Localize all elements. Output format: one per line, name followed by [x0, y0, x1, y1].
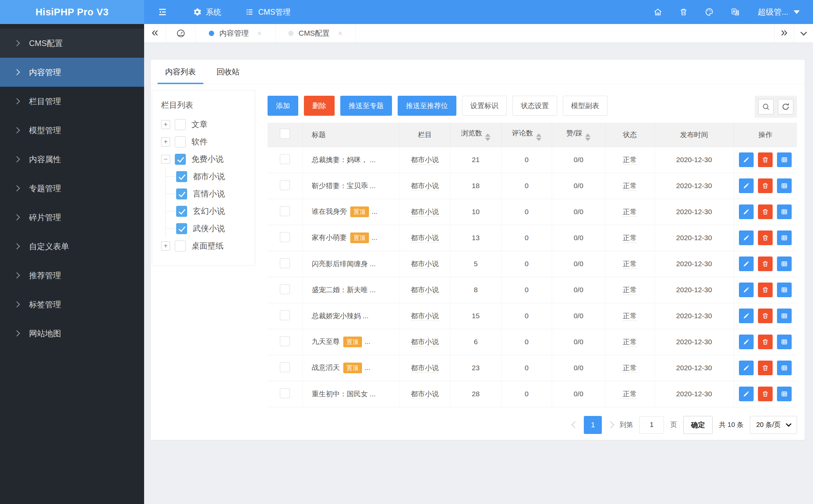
- delete-button[interactable]: [758, 152, 773, 167]
- next-page-button[interactable]: [607, 421, 614, 428]
- theme-button[interactable]: [696, 7, 722, 17]
- category-link[interactable]: 都市小说: [411, 182, 439, 191]
- delete-button[interactable]: [758, 361, 773, 375]
- delete-button[interactable]: [758, 204, 773, 219]
- header-menu-system[interactable]: 系统: [181, 0, 233, 24]
- sidebar-item-6[interactable]: 碎片管理: [0, 203, 144, 232]
- sidebar-item-5[interactable]: 专题管理: [0, 174, 144, 203]
- edit-button[interactable]: [739, 387, 754, 401]
- home-button[interactable]: [645, 7, 671, 17]
- detail-button[interactable]: [777, 283, 792, 297]
- delete-button[interactable]: [758, 309, 773, 323]
- sort-asc-icon[interactable]: [485, 133, 490, 137]
- tree-node-label[interactable]: 都市小说: [193, 171, 225, 182]
- sidebar-item-1[interactable]: 内容管理: [0, 58, 144, 87]
- row-title[interactable]: 总裁擒妻：妈咪，: [312, 156, 368, 163]
- sidebar-item-7[interactable]: 自定义表单: [0, 232, 144, 261]
- prev-page-button[interactable]: [571, 421, 578, 428]
- row-title[interactable]: 靳少猎妻：宝贝乖: [312, 182, 368, 189]
- delete-button[interactable]: [758, 283, 773, 297]
- delete-button[interactable]: [758, 257, 773, 271]
- category-link[interactable]: 都市小说: [411, 390, 439, 399]
- delete-button[interactable]: [758, 178, 773, 193]
- sort-icon[interactable]: [536, 133, 541, 141]
- tab-content-list[interactable]: 内容列表: [155, 60, 206, 84]
- toolbar-button-0[interactable]: 添加: [268, 96, 298, 116]
- tree-checkbox[interactable]: [175, 136, 186, 147]
- tree-expander-icon[interactable]: +: [161, 241, 170, 250]
- toolbar-button-6[interactable]: 模型副表: [563, 96, 607, 116]
- tabs-scroll-right-button[interactable]: »: [774, 24, 794, 42]
- tab-recycle-bin[interactable]: 回收站: [206, 60, 250, 84]
- row-checkbox[interactable]: [280, 180, 290, 190]
- category-link[interactable]: 都市小说: [411, 234, 439, 243]
- category-link[interactable]: 都市小说: [411, 208, 439, 217]
- detail-button[interactable]: [777, 387, 792, 401]
- tree-node-label[interactable]: 武侠小说: [193, 223, 225, 234]
- tree-node-label[interactable]: 软件: [191, 136, 208, 147]
- user-menu[interactable]: 超级管...: [748, 7, 804, 17]
- category-link[interactable]: 都市小说: [411, 156, 439, 165]
- close-icon[interactable]: ×: [257, 29, 262, 38]
- confirm-page-button[interactable]: 确定: [683, 416, 713, 434]
- row-checkbox[interactable]: [280, 154, 290, 164]
- row-title[interactable]: 重生初中：国民女: [312, 390, 368, 398]
- sidebar-item-2[interactable]: 栏目管理: [0, 87, 144, 116]
- current-page-button[interactable]: 1: [584, 416, 602, 434]
- row-title[interactable]: 家有小萌妻: [312, 233, 347, 241]
- detail-button[interactable]: [777, 335, 792, 349]
- tree-checkbox[interactable]: [176, 188, 187, 199]
- sort-asc-icon[interactable]: [536, 133, 541, 137]
- tree-node-label[interactable]: 言情小说: [193, 188, 225, 199]
- detail-button[interactable]: [777, 204, 792, 219]
- tab-cms-config[interactable]: CMS配置 ×: [276, 24, 356, 42]
- tree-checkbox[interactable]: [175, 119, 186, 130]
- search-button[interactable]: [758, 99, 774, 114]
- sidebar-item-0[interactable]: CMS配置: [0, 29, 144, 58]
- tree-checkbox[interactable]: [176, 206, 187, 217]
- status-badge[interactable]: 正常: [623, 338, 637, 347]
- edit-button[interactable]: [739, 152, 754, 167]
- detail-button[interactable]: [777, 361, 792, 375]
- tree-checkbox[interactable]: [176, 223, 187, 234]
- detail-button[interactable]: [777, 309, 792, 323]
- category-link[interactable]: 都市小说: [411, 286, 439, 295]
- tree-expander-icon[interactable]: +: [161, 137, 170, 146]
- edit-button[interactable]: [739, 178, 754, 193]
- tabs-menu-button[interactable]: [794, 24, 813, 42]
- sort-icon[interactable]: [585, 133, 590, 141]
- sidebar-item-4[interactable]: 内容属性: [0, 145, 144, 174]
- tree-checkbox[interactable]: [175, 154, 186, 165]
- status-badge[interactable]: 正常: [623, 208, 637, 217]
- row-checkbox[interactable]: [280, 310, 290, 320]
- status-badge[interactable]: 正常: [623, 390, 637, 399]
- page-size-select[interactable]: 20 条/页: [750, 416, 797, 434]
- edit-button[interactable]: [739, 257, 754, 271]
- status-badge[interactable]: 正常: [623, 182, 637, 191]
- edit-button[interactable]: [739, 204, 754, 219]
- tree-node-label[interactable]: 玄幻小说: [193, 206, 225, 216]
- row-title[interactable]: 九天至尊: [312, 338, 340, 345]
- tab-content-manage[interactable]: 内容管理 ×: [195, 24, 276, 42]
- sort-icon[interactable]: [485, 133, 490, 141]
- row-title[interactable]: 战意滔天: [312, 364, 340, 371]
- row-checkbox[interactable]: [280, 258, 290, 268]
- toolbar-button-2[interactable]: 推送至专题: [340, 96, 392, 116]
- sort-asc-icon[interactable]: [585, 133, 590, 137]
- tree-node-label[interactable]: 桌面壁纸: [191, 240, 224, 251]
- tab-dashboard[interactable]: [166, 24, 195, 42]
- row-title[interactable]: 闪亮影后绯闻缠身: [312, 260, 368, 268]
- edit-button[interactable]: [739, 361, 754, 375]
- tree-expander-icon[interactable]: −: [161, 155, 170, 164]
- detail-button[interactable]: [777, 257, 792, 271]
- toolbar-button-3[interactable]: 推送至推荐位: [398, 96, 456, 116]
- tree-node-label[interactable]: 免费小说: [191, 154, 224, 164]
- language-button[interactable]: [722, 7, 748, 17]
- clear-cache-button[interactable]: [671, 8, 696, 16]
- status-badge[interactable]: 正常: [623, 234, 637, 243]
- select-all-checkbox[interactable]: [280, 129, 290, 139]
- row-checkbox[interactable]: [280, 362, 290, 372]
- row-checkbox[interactable]: [280, 232, 290, 242]
- row-checkbox[interactable]: [280, 336, 290, 346]
- sort-desc-icon[interactable]: [485, 138, 490, 141]
